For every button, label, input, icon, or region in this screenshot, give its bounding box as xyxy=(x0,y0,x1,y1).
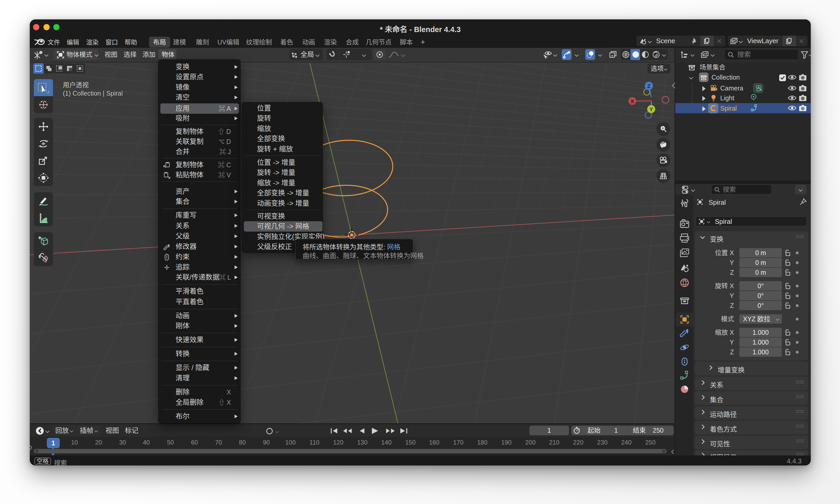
svg-text:Z: Z xyxy=(647,83,651,89)
svg-text:X: X xyxy=(631,98,634,104)
svg-text:Y: Y xyxy=(649,106,653,112)
